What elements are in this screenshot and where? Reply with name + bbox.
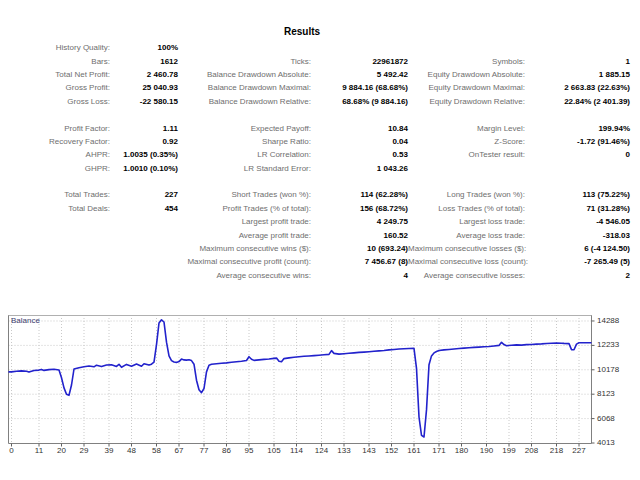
stats-row: Gross Profit:25 040.93Balance Drawdown M… (0, 81, 630, 94)
stat-value: 25 040.93 (110, 83, 178, 92)
stat-label: Maximal consecutive profit (count): (178, 257, 311, 266)
x-axis-tick-label: 208 (520, 446, 544, 455)
stat-value: 156 (68.72%) (311, 204, 408, 213)
stat-label: Ticks: (178, 57, 311, 66)
stat-label: Equity Drawdown Maximal: (408, 83, 525, 92)
stat-label: Margin Level: (408, 124, 525, 133)
stats-table: History Quality:100%Bars:1612Ticks:22961… (0, 41, 630, 282)
stat-value: -318.03 (525, 231, 630, 240)
stat-value: 4 (311, 271, 408, 280)
stats-row: Gross Loss:-22 580.15Balance Drawdown Re… (0, 95, 630, 108)
stat-value: 22.84% (2 401.39) (525, 97, 630, 106)
x-axis-tick-label: 77 (192, 446, 216, 455)
stat-value: 0 (525, 150, 630, 159)
stat-value: 227 (110, 190, 178, 199)
stat-value: -7 265.49 (5) (525, 257, 630, 266)
stats-row: Average profit trade:160.52Average loss … (0, 228, 630, 241)
stat-label: Average consecutive wins: (178, 271, 311, 280)
stats-row: Largest profit trade:4 249.75Largest los… (0, 215, 630, 228)
y-axis-tick-label: 6068 (597, 415, 615, 423)
x-axis-tick-label: 39 (97, 446, 121, 455)
stat-value: 0.53 (311, 150, 408, 159)
stat-value: 6 (-4 124.50) (525, 244, 630, 253)
stats-row: Average consecutive wins:4Average consec… (0, 269, 630, 282)
stat-value: 1 885.15 (525, 70, 630, 79)
y-axis-tick-label: 8123 (597, 390, 615, 398)
x-axis-tick-label: 0 (0, 446, 24, 455)
stat-value: 0.92 (110, 137, 178, 146)
x-axis-tick-label: 227 (567, 446, 591, 455)
stat-label: AHPR: (0, 150, 110, 159)
stats-row: AHPR:1.0035 (0.35%)LR Correlation:0.53On… (0, 148, 630, 161)
y-axis-tick-label: 14288 (597, 317, 619, 325)
x-axis-tick-label: 58 (145, 446, 169, 455)
stat-label: Total Trades: (0, 190, 110, 199)
stat-value: 68.68% (9 884.16) (311, 97, 408, 106)
stat-value: 71 (31.28%) (525, 204, 630, 213)
stat-value: 454 (110, 204, 178, 213)
balance-line (9, 320, 592, 437)
stat-label: Average loss trade: (408, 231, 525, 240)
stats-row: Bars:1612Ticks:22961872Symbols:1 (0, 54, 630, 67)
x-axis-tick-label: 29 (72, 446, 96, 455)
stat-label: Maximum consecutive losses ($): (408, 244, 525, 253)
stat-label: Total Net Profit: (0, 70, 110, 79)
stats-row: GHPR:1.0010 (0.10%)LR Standard Error:1 0… (0, 162, 630, 175)
stat-label: Largest profit trade: (178, 217, 311, 226)
stat-value: 4 249.75 (311, 217, 408, 226)
stat-label: Total Deals: (0, 204, 110, 213)
stat-label: Bars: (0, 57, 110, 66)
stat-value: 2 663.83 (22.63%) (525, 83, 630, 92)
stat-value: 7 456.67 (8) (311, 257, 408, 266)
stat-value: 2 (525, 271, 630, 280)
stat-label: Average consecutive losses: (408, 271, 525, 280)
stat-value: 22961872 (311, 57, 408, 66)
stat-label: Gross Profit: (0, 83, 110, 92)
stats-row: History Quality:100% (0, 41, 630, 54)
stat-value: 10 (693.24) (311, 244, 408, 253)
stat-value: 2 460.78 (110, 70, 178, 79)
stats-row: Maximum consecutive wins ($):10 (693.24)… (0, 242, 630, 255)
stats-row: Recovery Factor:0.92Sharpe Ratio:0.04Z-S… (0, 135, 630, 148)
stat-value: 1.11 (110, 124, 178, 133)
stat-label: Sharpe Ratio: (178, 137, 311, 146)
stat-label: Profit Trades (% of total): (178, 204, 311, 213)
y-axis-tick-label: 10178 (597, 366, 619, 374)
x-axis-tick-label: 11 (27, 446, 51, 455)
stat-value: -22 580.15 (110, 97, 178, 106)
stat-label: Symbols: (408, 57, 525, 66)
stat-value: 9 884.16 (68.68%) (311, 83, 408, 92)
stat-value: 0.04 (311, 137, 408, 146)
x-axis-tick-label: 124 (310, 446, 334, 455)
stat-label: Expected Payoff: (178, 124, 311, 133)
stat-label: Equity Drawdown Relative: (408, 97, 525, 106)
x-axis-tick-label: 190 (475, 446, 499, 455)
stat-label: Short Trades (won %): (178, 190, 311, 199)
stat-label: Balance Drawdown Maximal: (178, 83, 311, 92)
stat-value: 10.84 (311, 124, 408, 133)
x-axis-tick-label: 199 (497, 446, 521, 455)
stat-value: 1 (525, 57, 630, 66)
stats-row: Maximal consecutive profit (count):7 456… (0, 255, 630, 268)
stat-value: 199.94% (525, 124, 630, 133)
x-axis-tick-label: 48 (120, 446, 144, 455)
stat-label: Loss Trades (% of total): (408, 204, 525, 213)
y-axis-tick-label: 12233 (597, 341, 619, 349)
stat-value: -4 546.05 (525, 217, 630, 226)
x-axis-tick-label: 95 (237, 446, 261, 455)
stat-label: History Quality: (0, 43, 110, 52)
stats-row: Total Net Profit:2 460.78Balance Drawdow… (0, 68, 630, 81)
stat-label: Balance Drawdown Relative: (178, 97, 311, 106)
stat-value: -1.72 (91.46%) (525, 137, 630, 146)
stat-value: 1612 (110, 57, 178, 66)
page-title: Results (0, 26, 604, 37)
stat-label: Equity Drawdown Absolute: (408, 70, 525, 79)
stats-row: Total Deals:454Profit Trades (% of total… (0, 202, 630, 215)
stat-value: 5 492.42 (311, 70, 408, 79)
stat-label: LR Standard Error: (178, 164, 311, 173)
stat-value: 1.0010 (0.10%) (110, 164, 178, 173)
x-axis-tick-label: 67 (167, 446, 191, 455)
stat-label: Average profit trade: (178, 231, 311, 240)
stat-label: Recovery Factor: (0, 137, 110, 146)
x-axis-tick-label: 218 (545, 446, 569, 455)
